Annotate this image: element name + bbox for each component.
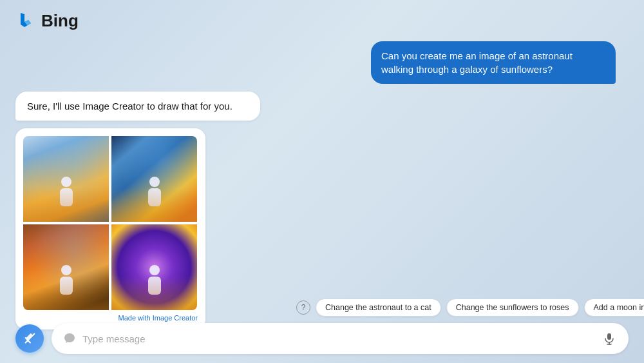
image-grid[interactable]: [23, 136, 197, 310]
image-creator-link[interactable]: Image Creator: [153, 314, 198, 322]
generated-image-1[interactable]: [23, 136, 109, 222]
bing-logo: Bing: [15, 10, 79, 31]
bing-title: Bing: [41, 11, 79, 31]
generated-image-3[interactable]: [23, 224, 109, 310]
suggestion-row: ? Change the astronaut to a cat Change t…: [296, 299, 644, 317]
input-bar: Type message: [15, 323, 629, 354]
bing-icon: [15, 10, 36, 31]
bot-message-bubble: Sure, I'll use Image Creator to draw tha…: [15, 92, 260, 121]
microphone-button[interactable]: [601, 331, 617, 346]
generated-image-2[interactable]: [111, 136, 197, 222]
chat-icon: [63, 332, 76, 345]
suggestion-chip-cat[interactable]: Change the astronaut to a cat: [316, 299, 441, 317]
suggestion-chip-roses[interactable]: Change the sunflowers to roses: [446, 299, 579, 317]
suggestion-chip-moon[interactable]: Add a moon in the background: [584, 299, 645, 317]
message-input-box[interactable]: Type message: [52, 323, 629, 354]
help-icon[interactable]: ?: [296, 300, 310, 315]
header: Bing: [0, 0, 644, 41]
image-grid-container: Made with Image Creator: [15, 128, 205, 329]
message-placeholder[interactable]: Type message: [82, 333, 595, 344]
new-topic-button[interactable]: [15, 324, 44, 353]
chat-area: Can you create me an image of an astrona…: [0, 41, 644, 329]
svg-rect-0: [607, 333, 611, 340]
broom-icon: [23, 331, 37, 346]
made-with-label: Made with Image Creator: [23, 314, 198, 322]
generated-image-4[interactable]: [111, 224, 197, 310]
user-message-bubble: Can you create me an image of an astrona…: [371, 41, 616, 84]
microphone-icon: [603, 332, 616, 345]
